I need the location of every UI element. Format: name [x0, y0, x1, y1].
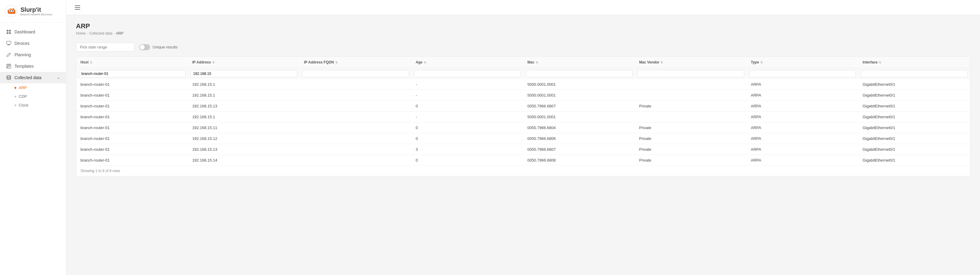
page-title: ARP — [76, 22, 970, 30]
arp-table: Host⇅ IP Address⇅ IP Address FQDN⇅ Age⇅ … — [76, 57, 970, 166]
breadcrumb-home[interactable]: Home — [76, 31, 86, 35]
template-icon — [6, 63, 11, 69]
unique-results-toggle[interactable] — [139, 44, 150, 50]
filter-type-cell — [747, 68, 859, 79]
sidebar-planning-label: Planning — [14, 52, 31, 57]
page-content: ARP Home › Collected data › ARP Unique r… — [66, 15, 980, 275]
filter-host-input[interactable] — [79, 70, 186, 77]
col-mac[interactable]: Mac⇅ — [523, 57, 635, 68]
col-host[interactable]: Host⇅ — [76, 57, 188, 68]
table-row: branch-router-01192.168.15.1100050.7966.… — [76, 122, 970, 133]
svg-rect-9 — [9, 32, 11, 34]
filter-type-input[interactable] — [749, 70, 856, 77]
cell-5-0: branch-router-01 — [76, 133, 188, 144]
table-row: branch-router-01192.168.15.1300050.7966.… — [76, 101, 970, 112]
sidebar-item-templates[interactable]: Templates — [0, 60, 66, 72]
col-interface[interactable]: Interface⇅ — [858, 57, 970, 68]
filter-age-input[interactable] — [414, 70, 521, 77]
col-fqdn[interactable]: IP Address FQDN⇅ — [300, 57, 412, 68]
arp-dot — [14, 87, 16, 89]
cell-3-5 — [635, 112, 747, 122]
arp-label: ARP — [19, 85, 27, 90]
sort-icon-type: ⇅ — [760, 61, 763, 64]
cell-0-7: GigabitEthernet0/1 — [858, 79, 970, 90]
cell-6-1: 192.168.15.13 — [188, 144, 300, 155]
topbar — [66, 0, 980, 15]
sort-icon-fqdn: ⇅ — [335, 61, 337, 64]
sidebar-item-dashboard[interactable]: Dashboard — [0, 26, 66, 38]
filter-vendor-input[interactable] — [637, 70, 744, 77]
svg-rect-7 — [9, 30, 11, 32]
svg-point-4 — [10, 10, 11, 11]
filter-ip-input[interactable] — [191, 70, 298, 77]
sidebar-item-arp[interactable]: ARP — [6, 83, 66, 92]
cell-5-4: 0050.7966.6806 — [523, 133, 635, 144]
sort-icon-vendor: ⇅ — [660, 61, 663, 64]
cell-4-2 — [300, 122, 412, 133]
clock-dot — [14, 104, 16, 106]
cell-7-0: branch-router-01 — [76, 155, 188, 166]
sidebar-item-clock[interactable]: Clock — [6, 101, 66, 109]
date-range-input[interactable] — [76, 43, 134, 51]
logo-area: Slurp'it Beyond network discovery — [0, 0, 66, 22]
cell-0-6: ARPA — [747, 79, 859, 90]
svg-rect-16 — [9, 66, 10, 67]
cell-5-5: Private — [635, 133, 747, 144]
sidebar-item-cdp[interactable]: CDP — [6, 92, 66, 101]
sidebar-devices-label: Devices — [14, 41, 30, 46]
sidebar-templates-label: Templates — [14, 64, 34, 69]
cell-2-0: branch-router-01 — [76, 101, 188, 112]
table-filter-row — [76, 68, 970, 79]
cell-3-6: ARPA — [747, 112, 859, 122]
cell-7-5: Private — [635, 155, 747, 166]
col-type[interactable]: Type⇅ — [747, 57, 859, 68]
filter-vendor-cell — [635, 68, 747, 79]
cell-0-0: branch-router-01 — [76, 79, 188, 90]
unique-results-toggle-wrapper: Unique results — [139, 44, 178, 50]
logo-icon — [5, 5, 18, 17]
svg-rect-12 — [7, 45, 10, 46]
sort-icon-age: ⇅ — [424, 61, 426, 64]
col-age[interactable]: Age⇅ — [412, 57, 523, 68]
filter-mac-input[interactable] — [526, 70, 633, 77]
table-row: branch-router-01192.168.15.1200050.7966.… — [76, 133, 970, 144]
col-vendor[interactable]: Mac Vendor⇅ — [635, 57, 747, 68]
grid-icon — [6, 29, 11, 35]
cell-2-1: 192.168.15.13 — [188, 101, 300, 112]
filter-interface-input[interactable] — [861, 70, 968, 77]
filter-mac-cell — [523, 68, 635, 79]
svg-rect-15 — [7, 66, 8, 68]
cell-5-6: ARPA — [747, 133, 859, 144]
table-footer: Showing 1 to 8 of 8 rows — [76, 166, 970, 176]
sort-icon-interface: ⇅ — [879, 61, 881, 64]
cell-1-5 — [635, 90, 747, 101]
collected-data-subnav: ARP CDP Clock — [0, 83, 66, 109]
sidebar-item-planning[interactable]: Planning — [0, 49, 66, 60]
sidebar-nav: Dashboard Devices Planning Templates Col… — [0, 22, 66, 275]
cell-1-6: ARPA — [747, 90, 859, 101]
sidebar-item-collected-data[interactable]: Collected data ▲ — [0, 72, 66, 83]
cell-5-3: 0 — [412, 133, 523, 144]
filter-fqdn-input[interactable] — [302, 70, 409, 77]
cell-3-4: 5000.0001.0001 — [523, 112, 635, 122]
svg-rect-11 — [8, 44, 10, 45]
cell-0-4: 5000.0001.0001 — [523, 79, 635, 90]
cell-7-2 — [300, 155, 412, 166]
breadcrumb-collected-data[interactable]: Collected data — [89, 31, 113, 35]
sort-icon-mac: ⇅ — [536, 61, 538, 64]
cell-5-7: GigabitEthernet0/1 — [858, 133, 970, 144]
cell-3-2 — [300, 112, 412, 122]
cell-6-4: 0050.7966.6807 — [523, 144, 635, 155]
cell-6-3: 3 — [412, 144, 523, 155]
sidebar: Slurp'it Beyond network discovery Dashbo… — [0, 0, 66, 275]
svg-rect-14 — [7, 65, 10, 66]
sidebar-item-devices[interactable]: Devices — [0, 38, 66, 49]
cell-5-1: 192.168.15.12 — [188, 133, 300, 144]
col-ip[interactable]: IP Address⇅ — [188, 57, 300, 68]
hamburger-menu[interactable] — [73, 4, 81, 11]
cell-3-7: GigabitEthernet0/1 — [858, 112, 970, 122]
pencil-icon — [6, 52, 11, 57]
data-table-wrapper: Host⇅ IP Address⇅ IP Address FQDN⇅ Age⇅ … — [76, 56, 970, 176]
sidebar-collected-data-label: Collected data — [14, 75, 41, 80]
cell-3-0: branch-router-01 — [76, 112, 188, 122]
